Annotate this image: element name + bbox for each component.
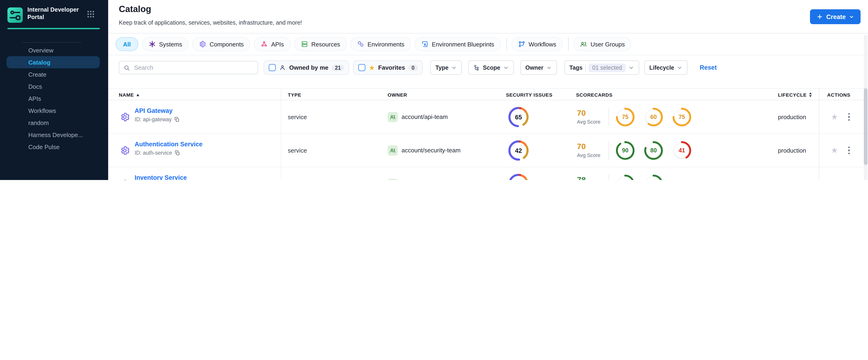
scorecard-ring-value: 76: [643, 174, 664, 180]
type-dropdown[interactable]: Type: [430, 60, 462, 75]
sidebar-item-label: Docs: [28, 83, 42, 90]
entity-id: auth-service: [143, 150, 172, 156]
entity-name-link[interactable]: Authentication Service: [134, 141, 203, 148]
sidebar-item-harness-develope[interactable]: Harness Develope...: [6, 129, 100, 141]
search-input[interactable]: [133, 64, 253, 71]
copy-icon[interactable]: [174, 150, 180, 156]
owner-dropdown[interactable]: Owner: [520, 60, 557, 75]
type-cell: service: [288, 147, 307, 154]
column-header-security: SECURITY ISSUES: [506, 89, 553, 101]
scope-dropdown[interactable]: Scope: [469, 60, 514, 75]
app-switcher-icon[interactable]: [86, 10, 95, 19]
blueprints-icon: [421, 40, 429, 48]
systems-icon: [148, 40, 156, 48]
tab-environment-blueprints[interactable]: Environment Blueprints: [415, 37, 501, 51]
lifecycle-dropdown[interactable]: Lifecycle: [644, 60, 688, 75]
brand-title: Internal Developer Portal: [27, 6, 84, 21]
favorite-star-icon[interactable]: ★: [831, 112, 838, 122]
entity-name-link[interactable]: API Gateway: [134, 107, 180, 114]
row-menu-icon[interactable]: [847, 179, 851, 180]
scorecard-divider: [609, 141, 609, 160]
row-menu-icon[interactable]: [847, 112, 851, 122]
owner-name[interactable]: account/api-team: [402, 113, 448, 120]
owned-by-me-filter[interactable]: Owned by me 21: [264, 60, 349, 75]
scorecard-ring[interactable]: 76: [643, 174, 664, 180]
favorite-star-icon[interactable]: ★: [831, 179, 838, 180]
brand-accent-divider: [7, 28, 100, 29]
tags-dropdown[interactable]: Tags 01 selected: [564, 60, 639, 75]
sidebar-item-random[interactable]: random: [6, 117, 100, 129]
owned-by-me-label: Owned by me: [289, 64, 329, 71]
scorecard-ring-value: 41: [672, 140, 692, 161]
owner-cell: account/api-team: [388, 112, 448, 122]
scorecard-ring[interactable]: 90: [615, 140, 636, 161]
sidebar-item-create[interactable]: Create: [6, 68, 100, 80]
scorecard-ring-value: 80: [615, 174, 636, 180]
sidebar-item-workflows[interactable]: Workflows: [6, 104, 100, 117]
sidebar-item-label: Harness Develope...: [28, 131, 83, 138]
chevron-down-icon: [546, 65, 552, 70]
column-header-name[interactable]: NAME: [119, 89, 139, 101]
tab-label: Components: [210, 41, 244, 48]
tab-workflows[interactable]: Workflows: [511, 37, 563, 51]
user-group-icon: [388, 179, 398, 180]
create-button[interactable]: Create: [810, 9, 861, 24]
lifecycle-dropdown-label: Lifecycle: [649, 64, 674, 71]
tab-apis[interactable]: APIs: [254, 37, 290, 51]
row-menu-icon[interactable]: [847, 145, 851, 156]
owned-by-me-checkbox[interactable]: [269, 64, 276, 71]
tab-components[interactable]: Components: [192, 37, 250, 51]
chevron-down-icon: [503, 65, 509, 70]
column-header-actions: ACTIONS: [827, 89, 850, 101]
copy-icon[interactable]: [174, 117, 180, 122]
sidebar-item-apis[interactable]: APIs: [6, 92, 100, 104]
tab-label: All: [123, 41, 131, 48]
scorecard-ring[interactable]: 80: [615, 174, 636, 180]
tab-systems[interactable]: Systems: [142, 37, 189, 51]
favorites-filter[interactable]: ★ Favorites 0: [353, 60, 423, 75]
sidebar-item-overview[interactable]: Overview: [6, 44, 100, 56]
sidebar-item-catalog[interactable]: Catalog: [6, 56, 100, 68]
owned-by-me-count: 21: [332, 64, 344, 71]
tags-dropdown-label: Tags: [569, 64, 583, 71]
sidebar-divider: [22, 42, 81, 43]
actions-cell: ★: [819, 134, 868, 167]
owner-dropdown-label: Owner: [525, 64, 544, 71]
avg-score-value: 70: [577, 142, 600, 151]
plus-icon: [816, 13, 823, 20]
tab-environments[interactable]: Environments: [350, 37, 411, 51]
scorecard-ring[interactable]: 41: [672, 140, 692, 161]
tab-user-groups[interactable]: User Groups: [574, 37, 631, 51]
sidebar-item-docs[interactable]: Docs: [6, 80, 100, 92]
favorite-star-icon[interactable]: ★: [831, 145, 838, 155]
lifecycle-cell: production: [778, 147, 806, 154]
scorecard-rings: 756075: [615, 107, 692, 127]
type-cell: service: [288, 113, 307, 120]
entity-id: api-gateway: [143, 117, 172, 122]
scorecard-ring[interactable]: 75: [672, 107, 692, 127]
scorecard-ring[interactable]: 60: [643, 107, 664, 127]
tab-all[interactable]: All: [116, 37, 138, 51]
column-header-lifecycle[interactable]: LIFECYCLE: [778, 89, 812, 101]
chevron-down-icon: [849, 14, 854, 19]
entity-name-block: Inventory Service ID: inventory-service: [134, 174, 191, 180]
favorites-checkbox[interactable]: [359, 64, 366, 71]
reset-filters-button[interactable]: Reset: [700, 64, 717, 71]
tab-resources[interactable]: Resources: [294, 37, 346, 51]
search-box[interactable]: [119, 61, 258, 74]
entity-name-link[interactable]: Inventory Service: [134, 174, 191, 180]
chevron-down-icon: [628, 65, 634, 70]
scorecard-divider: [609, 108, 609, 126]
owner-name[interactable]: account/security-team: [402, 147, 461, 154]
vertical-scrollbar-thumb[interactable]: [864, 88, 868, 165]
actions-cell: ★: [819, 167, 868, 180]
scope-dropdown-label: Scope: [483, 64, 500, 71]
tags-selected-badge: 01 selected: [589, 63, 626, 72]
scorecard-ring[interactable]: 75: [615, 107, 636, 127]
sidebar-item-code-pulse[interactable]: Code Pulse: [6, 141, 100, 153]
resources-icon: [301, 40, 308, 48]
workflows-icon: [518, 40, 525, 48]
apis-icon: [260, 40, 268, 48]
scorecard-ring[interactable]: 80: [643, 140, 664, 161]
create-button-label: Create: [826, 13, 846, 20]
